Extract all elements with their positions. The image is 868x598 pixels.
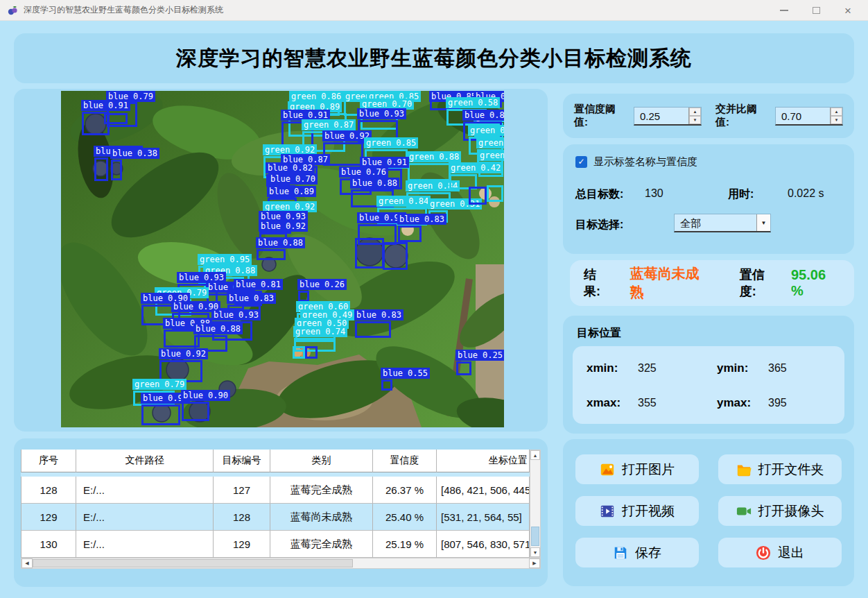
exit-label: 退出 [778, 544, 804, 562]
table-row[interactable]: 128 E:/... 127 蓝莓完全成熟 26.37 % [486, 421,… [21, 477, 530, 504]
cell-index[interactable]: 130 [21, 531, 76, 558]
open-camera-label: 打开摄像头 [758, 502, 824, 520]
scroll-left-icon[interactable]: ◀ [21, 558, 33, 568]
save-button[interactable]: 保存 [575, 538, 699, 567]
position-title: 目标位置 [577, 326, 621, 341]
table-row[interactable]: 130 E:/... 129 蓝莓完全成熟 25.19 % [807, 546,… [21, 531, 530, 558]
confidence-threshold-value[interactable]: 0.25 [634, 108, 688, 124]
scroll-down-icon[interactable]: ▼ [530, 547, 540, 557]
cell-target-id[interactable]: 128 [214, 504, 270, 531]
table-row[interactable]: 129 E:/... 128 蓝莓尚未成熟 25.40 % [531, 21, … [21, 504, 530, 531]
xmin-label: xmin: [587, 361, 618, 375]
scroll-up-icon[interactable]: ▲ [530, 450, 540, 460]
picture-icon [600, 462, 615, 477]
show-labels-checkbox[interactable]: ✓ [575, 156, 587, 168]
iou-threshold-value[interactable]: 0.70 [776, 108, 830, 124]
maximize-button[interactable] [800, 0, 832, 21]
confidence-threshold-label: 置信度阈值: [574, 103, 627, 129]
cell-category[interactable]: 蓝莓尚未成熟 [270, 504, 373, 531]
vertical-scrollbar[interactable]: ▲ ▼ [530, 450, 541, 558]
column-header-confidence[interactable]: 置信度 [373, 450, 437, 472]
cell-coords[interactable]: [486, 421, 506, 445] [437, 477, 530, 504]
folder-icon [736, 462, 752, 477]
column-header-coords[interactable]: 坐标位置 [437, 450, 530, 472]
ymin-label: ymin: [717, 361, 748, 375]
cell-category[interactable]: 蓝莓完全成熟 [270, 477, 373, 504]
detection-label: green 0.85 [364, 137, 418, 148]
cell-category[interactable]: 蓝莓完全成熟 [270, 531, 373, 558]
detection-label: blue 0.88 [350, 178, 399, 189]
confidence-spin-down-icon[interactable]: ▼ [689, 116, 701, 124]
open-camera-button[interactable]: 打开摄像头 [718, 496, 842, 526]
column-header-category[interactable]: 类别 [270, 450, 373, 472]
power-icon [756, 545, 771, 561]
iou-threshold-label: 交并比阈值: [715, 103, 768, 129]
result-confidence-label: 置信度: [740, 266, 780, 300]
total-targets-value: 130 [645, 187, 663, 200]
detection-label: blue 0.70 [268, 173, 318, 185]
ymax-label: ymax: [717, 396, 751, 410]
minimize-button[interactable] [768, 0, 800, 21]
iou-spin-down-icon[interactable]: ▼ [831, 116, 842, 124]
cell-path[interactable]: E:/... [76, 531, 214, 558]
total-targets-label: 总目标数: [575, 187, 623, 202]
detection-label: blue 0.83 [397, 214, 446, 225]
save-icon [613, 545, 628, 561]
detection-image: blue 0.79blue 0.91blue 0.65blue 0.38gree… [61, 91, 504, 427]
detection-label: blue 0.93 [211, 309, 261, 321]
detection-label: green 0.74 [293, 326, 347, 337]
page-title: 深度学习的智慧农业野生蓝莓颜色分类小目标检测系统 [176, 44, 692, 73]
cell-path[interactable]: E:/... [76, 477, 214, 504]
column-header-path[interactable]: 文件路径 [76, 450, 214, 472]
detection-label: blue 0.92 [259, 221, 308, 232]
detection-label: blue 0.91 [81, 100, 130, 111]
open-folder-label: 打开文件夹 [758, 461, 824, 479]
horizontal-scrollbar[interactable]: ◀ ▶ [21, 558, 541, 569]
detection-box-blue [141, 404, 180, 425]
cell-confidence[interactable]: 26.37 % [373, 477, 437, 504]
elapsed-time-value: 0.022 s [788, 187, 824, 200]
cell-target-id[interactable]: 129 [214, 531, 270, 558]
target-select-value: 全部 [675, 214, 756, 231]
window-controls: × [768, 0, 864, 21]
cell-coords[interactable]: [807, 546, 830, 571] [437, 531, 530, 558]
close-icon: × [844, 5, 851, 17]
cell-confidence[interactable]: 25.19 % [373, 531, 437, 558]
iou-threshold-spinbox[interactable]: 0.70 ▲ ▼ [775, 107, 843, 126]
open-video-button[interactable]: 打开视频 [575, 496, 699, 526]
exit-button[interactable]: 退出 [718, 538, 842, 567]
cell-target-id[interactable]: 127 [214, 477, 270, 504]
detection-label: green 0.42 [449, 162, 503, 173]
cell-path[interactable]: E:/... [76, 504, 214, 531]
save-label: 保存 [635, 544, 661, 562]
result-value: 蓝莓尚未成熟 [630, 264, 711, 302]
horizontal-scroll-thumb[interactable] [33, 559, 353, 567]
detection-overlay: blue 0.79blue 0.91blue 0.65blue 0.38gree… [61, 91, 504, 427]
cell-coords[interactable]: [531, 21, 564, 55] [437, 504, 530, 531]
iou-spin-up-icon[interactable]: ▲ [831, 108, 842, 116]
elapsed-time-label: 用时: [728, 187, 754, 202]
open-image-button[interactable]: 打开图片 [575, 454, 699, 484]
detection-box-blue [94, 157, 108, 181]
target-select-dropdown[interactable]: 全部 ▼ [674, 214, 771, 232]
detection-box-green [293, 346, 305, 359]
column-header-index[interactable]: 序号 [21, 450, 76, 472]
confidence-spin-up-icon[interactable]: ▲ [689, 108, 701, 116]
detection-box-green [487, 185, 503, 202]
confidence-threshold-spinbox[interactable]: 0.25 ▲ ▼ [634, 107, 702, 126]
detection-label: blue 0.55 [381, 368, 430, 379]
detection-label: blue 0.25 [455, 350, 504, 361]
detection-box-blue [469, 187, 487, 205]
vertical-scroll-thumb[interactable] [531, 527, 539, 546]
camera-icon [736, 504, 752, 519]
open-folder-button[interactable]: 打开文件夹 [718, 454, 842, 484]
cell-index[interactable]: 128 [21, 477, 76, 504]
column-header-target-id[interactable]: 目标编号 [214, 450, 270, 472]
scroll-right-icon[interactable]: ▶ [529, 558, 540, 568]
detection-label: green 0.86 [478, 150, 504, 161]
window-title: 深度学习的智慧农业野生蓝莓颜色分类小目标检测系统 [24, 4, 223, 16]
chevron-down-icon[interactable]: ▼ [756, 214, 770, 231]
close-button[interactable]: × [832, 0, 864, 21]
cell-confidence[interactable]: 25.40 % [373, 504, 437, 531]
cell-index[interactable]: 129 [21, 504, 76, 531]
